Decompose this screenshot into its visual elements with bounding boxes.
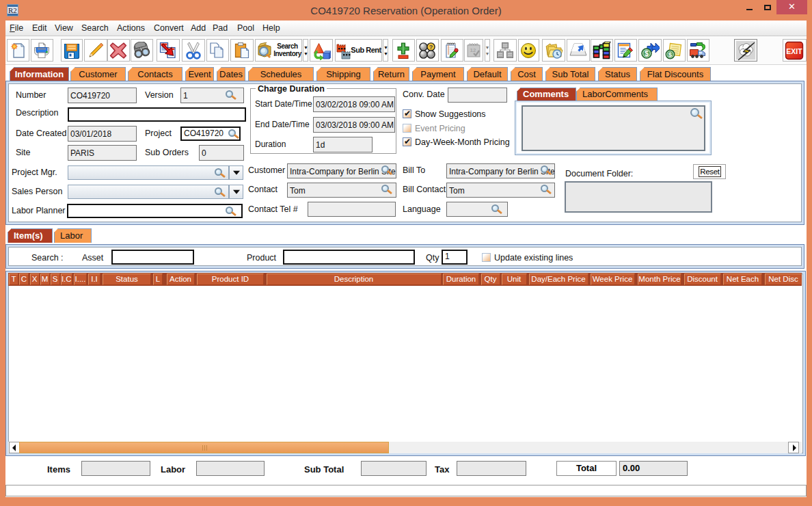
svg-text:$: $ (668, 51, 673, 58)
svg-text:EXIT: EXIT (786, 46, 802, 55)
svg-text:$: $ (645, 50, 649, 57)
svg-text:?: ? (429, 44, 433, 51)
svg-text:12: 12 (470, 47, 476, 53)
